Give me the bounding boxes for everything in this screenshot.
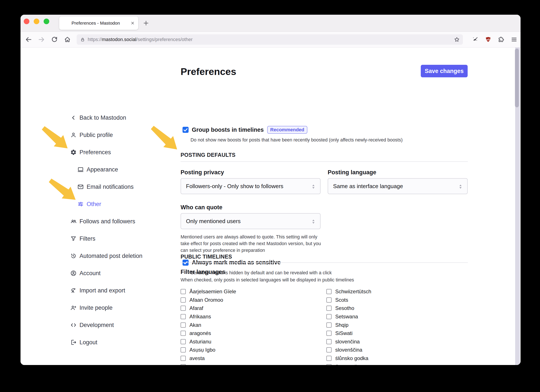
language-label: Åarjelsaemien Gïele xyxy=(190,288,236,295)
language-checkbox[interactable] xyxy=(326,314,332,319)
language-checkbox[interactable] xyxy=(180,289,186,294)
home-icon[interactable] xyxy=(64,36,71,43)
language-checkbox[interactable] xyxy=(326,347,332,352)
back-arrow-icon[interactable] xyxy=(25,36,32,43)
language-checkbox[interactable] xyxy=(326,298,332,303)
ublock-shield-icon[interactable] xyxy=(485,36,491,43)
screenshot-stage: Preferences - Mastodon https://mastodon.… xyxy=(0,0,540,392)
forward-arrow-icon[interactable] xyxy=(38,36,45,43)
puzzle-extensions-icon[interactable] xyxy=(498,36,504,43)
posting-language-select[interactable]: Same as interface language xyxy=(328,178,468,194)
who-can-quote-select[interactable]: Only mentioned users xyxy=(180,213,320,229)
sidebar-item-account[interactable]: Account xyxy=(70,265,163,282)
new-tab-button[interactable] xyxy=(143,20,149,26)
sidebar-item-icon xyxy=(70,339,77,346)
zoom-window-button[interactable] xyxy=(44,19,49,24)
language-label: avesta xyxy=(190,355,205,361)
language-label: Afaan Oromoo xyxy=(190,297,223,303)
page-title: Preferences xyxy=(180,66,236,77)
sidebar-item-label: Email notifications xyxy=(87,184,134,190)
sidebar-item-invite-people[interactable]: Invite people xyxy=(70,299,163,316)
select-stepper-icon xyxy=(310,183,317,190)
language-checkbox[interactable] xyxy=(326,306,332,311)
sidebar-item-label: Other xyxy=(87,201,101,208)
language-checkbox[interactable] xyxy=(180,339,186,344)
sidebar-item-icon xyxy=(77,184,84,190)
tab-close-icon[interactable] xyxy=(130,21,135,25)
sidebar-item-icon xyxy=(77,166,84,173)
language-row: Soomaaliga xyxy=(326,362,460,365)
language-checkbox[interactable] xyxy=(326,323,332,328)
language-checkbox[interactable] xyxy=(326,356,332,361)
language-checkbox[interactable] xyxy=(180,323,186,328)
posting-privacy-label: Posting privacy xyxy=(180,169,224,176)
save-changes-button[interactable]: Save changes xyxy=(421,65,468,77)
language-checkbox[interactable] xyxy=(180,356,186,361)
sidebar-item-label: Invite people xyxy=(80,304,113,311)
public-timelines-heading: PUBLIC TIMELINES xyxy=(180,253,232,260)
language-checkbox[interactable] xyxy=(326,289,332,294)
sidebar-item-email-notifications[interactable]: Email notifications xyxy=(70,178,163,195)
language-label: ślůnsko godka xyxy=(335,355,368,361)
sidebar-item-appearance[interactable]: Appearance xyxy=(70,161,163,178)
scrollbar-thumb[interactable] xyxy=(515,49,519,107)
section-divider xyxy=(180,161,468,162)
group-boosts-hint: Do not show new boosts for posts that ha… xyxy=(190,137,403,144)
scrollbar-track[interactable] xyxy=(515,48,520,365)
language-checkbox[interactable] xyxy=(180,306,186,311)
sidebar-item-icon xyxy=(70,322,77,328)
sidebar-item-logout[interactable]: Logout xyxy=(70,334,163,351)
language-label: Shqip xyxy=(335,322,348,328)
sidebar-item-label: Appearance xyxy=(87,166,118,173)
traffic-lights xyxy=(24,19,49,24)
language-checkbox[interactable] xyxy=(326,364,332,365)
bookmark-star-icon[interactable] xyxy=(454,36,460,43)
language-label: Soomaaliga xyxy=(335,364,363,365)
sidebar-item-label: Automated post deletion xyxy=(80,253,142,259)
sidebar-item-development[interactable]: Development xyxy=(70,316,163,334)
sidebar-item-automated-post-deletion[interactable]: Automated post deletion xyxy=(70,247,163,265)
language-checkbox[interactable] xyxy=(326,339,332,344)
minimize-window-button[interactable] xyxy=(34,19,39,24)
sidebar-item-import-and-export[interactable]: Import and export xyxy=(70,282,163,299)
language-label: Asụsụ Igbo xyxy=(190,347,215,353)
sidebar-item-preferences[interactable]: Preferences xyxy=(70,144,163,161)
who-can-quote-value: Only mentioned users xyxy=(186,218,241,225)
close-window-button[interactable] xyxy=(24,19,29,24)
menu-hamburger-icon[interactable] xyxy=(511,36,517,43)
language-label: Setswana xyxy=(335,314,358,320)
sidebar-item-other[interactable]: Other xyxy=(70,195,163,213)
language-checkbox[interactable] xyxy=(180,298,186,303)
sidebar-item-back-to-mastodon[interactable]: Back to Mastodon xyxy=(70,109,163,126)
who-can-quote-hint: Mentioned users are always allowed to qu… xyxy=(180,234,322,254)
posting-privacy-value: Followers-only - Only show to followers xyxy=(186,183,283,190)
language-label: SiSwati xyxy=(335,330,353,336)
reload-icon[interactable] xyxy=(51,36,58,43)
sidebar-item-icon xyxy=(70,253,77,259)
sidebar-item-public-profile[interactable]: Public profile xyxy=(70,126,163,144)
group-boosts-label: Group boosts in timelines xyxy=(192,127,264,133)
sidebar-item-follows-and-followers[interactable]: Follows and followers xyxy=(70,213,163,230)
language-checkbox[interactable] xyxy=(180,314,186,319)
language-label: Schwiizertütsch xyxy=(335,288,371,295)
sidebar-item-icon xyxy=(70,149,77,155)
language-checkbox[interactable] xyxy=(180,364,186,365)
language-checkbox[interactable] xyxy=(326,331,332,336)
language-checkbox[interactable] xyxy=(180,347,186,352)
sidebar-item-icon xyxy=(77,201,84,207)
tab-preferences[interactable]: Preferences - Mastodon xyxy=(59,16,138,30)
posting-privacy-select[interactable]: Followers-only - Only show to followers xyxy=(180,178,320,194)
group-boosts-checkbox[interactable] xyxy=(183,127,189,133)
language-row: Asturianu xyxy=(180,337,315,346)
tab-title: Preferences - Mastodon xyxy=(71,20,130,26)
url-bar[interactable]: https://mastodon.social/settings/prefere… xyxy=(77,34,463,45)
language-row: Schwiizertütsch xyxy=(326,288,460,296)
language-checkbox[interactable] xyxy=(180,331,186,336)
mastodon-logo xyxy=(100,58,135,96)
sidebar-item-label: Filters xyxy=(80,235,95,242)
sidebar-item-filters[interactable]: Filters xyxy=(70,230,163,247)
language-row: Scots xyxy=(326,296,460,304)
section-divider xyxy=(180,263,468,263)
cleaner-broom-icon[interactable] xyxy=(472,36,478,43)
language-row: Afaan Oromoo xyxy=(180,296,315,304)
